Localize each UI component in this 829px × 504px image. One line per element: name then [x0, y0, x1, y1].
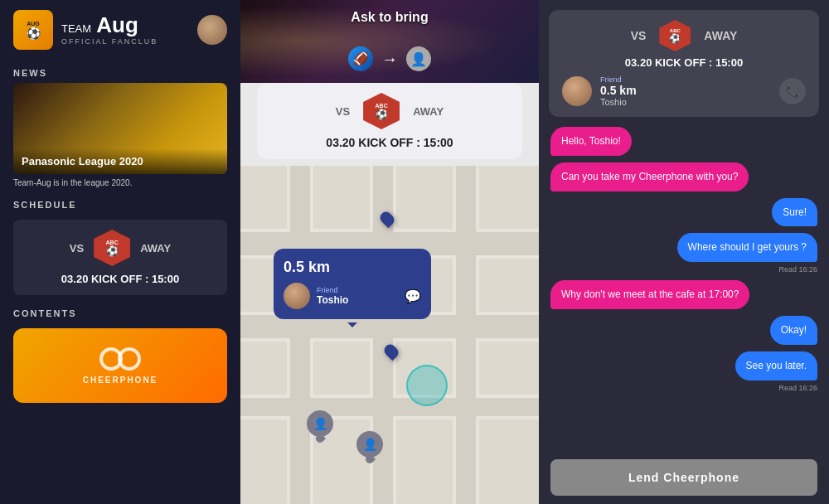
chat-messages: Hello, Toshio! Can you take my Cheerphon…	[539, 117, 829, 451]
contents-section-title: CONTENTS	[0, 300, 240, 323]
chat-friend-label: Friend	[600, 75, 771, 84]
chat-friend-avatar	[562, 76, 592, 106]
schedule-section-title: SCHEDULE	[0, 191, 240, 215]
message-icon[interactable]: 💬	[405, 288, 421, 304]
friend-avatar	[284, 283, 310, 309]
news-title: Panasonic League 2020	[22, 155, 219, 167]
svg-rect-4	[290, 166, 310, 504]
teal-marker	[406, 365, 448, 406]
svg-rect-21	[479, 342, 539, 395]
chat-match-away: AWAY	[704, 29, 737, 42]
left-header: AUG ⚽ TEAM Aug OFFICIAL FANCLUB	[0, 0, 240, 60]
cheerphone-icon	[99, 347, 141, 371]
chat-panel: VS ABC ⚽ AWAY 03.20 KICK OFF : 15:00 Fri…	[539, 0, 829, 504]
chat-abc-badge: ABC ⚽	[659, 20, 691, 51]
contents-section: CHEERPHONE	[13, 328, 227, 403]
user-avatar[interactable]	[197, 15, 227, 45]
msg-5: Why don't we meet at the cafe at 17:00?	[550, 280, 749, 309]
svg-rect-14	[313, 342, 370, 395]
map-abc-badge: ABC ⚽	[363, 93, 400, 129]
chat-footer: Lend Cheerphone	[539, 451, 829, 504]
team-title: TEAM Aug	[61, 14, 189, 36]
match-vs: VS	[70, 242, 84, 254]
photo-banner: Ask to bring 🏈 → 👤	[240, 0, 539, 83]
abc-badge: ABC ⚽	[94, 230, 130, 266]
friend-name: Toshio	[317, 294, 398, 306]
ask-to-bring-text: Ask to bring	[351, 10, 428, 25]
msg-4: Where should I get yours ?	[677, 233, 817, 262]
map-match-card: VS ABC ⚽ AWAY 03.20 KICK OFF : 15:00	[257, 83, 522, 159]
chat-header-card: VS ABC ⚽ AWAY 03.20 KICK OFF : 15:00 Fri…	[549, 10, 819, 117]
person-icon: 👤	[406, 46, 431, 71]
left-panel: AUG ⚽ TEAM Aug OFFICIAL FANCLUB NEWS Pan…	[0, 0, 240, 504]
msg-read-1: Read 16:26	[778, 265, 817, 274]
friend-pin	[385, 344, 397, 359]
svg-rect-18	[396, 419, 453, 504]
lend-button[interactable]: Lend Cheerphone	[550, 459, 817, 496]
friend-popup: 0.5 km Friend Toshio 💬	[274, 249, 431, 319]
friend-label: Friend	[317, 286, 398, 294]
map-match-vs: VS	[336, 105, 350, 118]
chat-friend-name: Toshio	[600, 97, 771, 107]
ball-icon: 🏈	[348, 46, 373, 71]
map-match-date: 03.20 KICK OFF : 15:00	[270, 136, 509, 149]
chat-match-vs: VS	[631, 29, 647, 42]
msg-read-2: Read 16:26	[778, 384, 817, 392]
main-pin	[381, 211, 393, 226]
chat-match-date: 03.20 KICK OFF : 15:00	[562, 56, 806, 69]
msg-6: Okay!	[770, 316, 817, 345]
svg-rect-6	[456, 166, 476, 504]
msg-7: See you later.	[735, 351, 817, 380]
svg-rect-20	[479, 259, 539, 312]
chat-friend-distance: 0.5 km	[600, 84, 771, 97]
friend-distance: 0.5 km	[284, 259, 421, 276]
team-badge: AUG ⚽	[13, 10, 53, 50]
svg-rect-8	[313, 166, 370, 229]
news-sub: Team-Aug is in the league 2020.	[0, 174, 240, 191]
svg-rect-22	[479, 419, 539, 504]
svg-rect-9	[396, 166, 453, 229]
cheerphone-label: CHEERPHONE	[83, 376, 158, 385]
match-away: AWAY	[140, 242, 171, 254]
person-pin-1: 👤	[307, 410, 333, 443]
msg-2: Can you take my Cheerphone with you?	[550, 162, 749, 191]
svg-rect-13	[240, 342, 287, 395]
cheerphone-card[interactable]: CHEERPHONE	[13, 328, 227, 403]
svg-rect-16	[240, 419, 287, 504]
map-panel: Ask to bring 🏈 → 👤 VS ABC ⚽ AWAY 03.20 K…	[240, 0, 539, 504]
schedule-card: VS ABC ⚽ AWAY 03.20 KICK OFF : 15:00	[13, 220, 227, 295]
ask-icons-row: 🏈 → 👤	[348, 46, 431, 71]
map-match-away: AWAY	[413, 105, 444, 118]
arrow-icon: →	[381, 50, 398, 69]
svg-rect-19	[479, 166, 539, 229]
msg-1: Hello, Toshio!	[550, 127, 632, 156]
news-section-title: NEWS	[0, 60, 240, 83]
person-pin-2: 👤	[356, 431, 383, 463]
news-image[interactable]: Panasonic League 2020	[13, 83, 227, 174]
match-date: 03.20 KICK OFF : 15:00	[27, 273, 214, 285]
call-icon[interactable]: 📞	[779, 78, 806, 104]
official-label: OFFICIAL FANCLUB	[61, 37, 189, 46]
team-name-block: TEAM Aug OFFICIAL FANCLUB	[61, 14, 189, 46]
msg-3: Sure!	[772, 198, 817, 227]
svg-rect-7	[240, 166, 287, 229]
